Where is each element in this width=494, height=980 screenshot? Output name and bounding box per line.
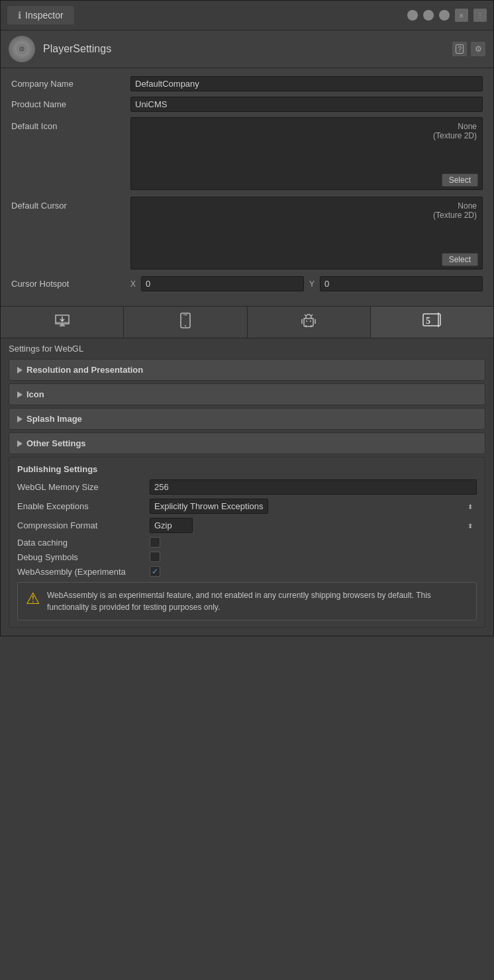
splash-section: Splash Image — [9, 408, 485, 430]
compression-format-label: Compression Format — [17, 520, 150, 530]
company-name-row: Company Name — [11, 76, 483, 91]
circle-btn-3[interactable] — [439, 10, 450, 21]
inspector-tab[interactable]: ℹ Inspector — [7, 6, 74, 24]
title-bar-left: ℹ Inspector — [7, 6, 74, 24]
info-icon: ℹ — [18, 10, 21, 21]
gear-icon: ⚙ — [475, 44, 482, 54]
cursor-hotspot-y-input[interactable] — [320, 276, 483, 291]
list-icon[interactable]: ≡ — [455, 9, 468, 22]
android-icon — [301, 313, 316, 332]
default-cursor-select-btn[interactable]: Select — [442, 253, 478, 266]
publishing-settings-box: Publishing Settings WebGL Memory Size En… — [9, 457, 485, 628]
default-icon-row: Default Icon None(Texture 2D) Select — [11, 117, 483, 190]
help-icon-btn[interactable]: ? — [452, 42, 467, 56]
circle-btn-2[interactable] — [423, 10, 434, 21]
compression-format-select-wrapper: Gzip Brotli Disabled — [150, 518, 477, 533]
webassembly-label: WebAssembly (Experimenta — [17, 567, 150, 577]
publishing-settings-title: Publishing Settings — [17, 464, 477, 474]
compression-format-select[interactable]: Gzip Brotli Disabled — [150, 518, 193, 533]
settings-for-webgl-label: Settings for WebGL — [9, 344, 485, 354]
cursor-hotspot-row: Cursor Hotspot X Y — [11, 276, 483, 291]
data-caching-label: Data caching — [17, 538, 150, 548]
player-settings-icon — [9, 36, 35, 62]
resolution-section-header[interactable]: Resolution and Presentation — [9, 360, 485, 380]
title-bar: ℹ Inspector ≡ ⋮ — [1, 1, 493, 30]
company-name-input[interactable] — [130, 76, 483, 91]
other-section: Other Settings — [9, 432, 485, 454]
webassembly-row: WebAssembly (Experimenta ✓ — [17, 566, 477, 577]
webgl-memory-size-label: WebGL Memory Size — [17, 482, 150, 492]
warning-box: ⚠ WebAssembly is an experimental feature… — [17, 582, 477, 620]
icon-label: Icon — [26, 389, 44, 399]
inspector-title: Inspector — [25, 10, 64, 21]
other-label: Other Settings — [26, 438, 86, 448]
help-icon: ? — [456, 44, 464, 54]
svg-point-2 — [20, 47, 24, 51]
default-icon-texture-label: None(Texture 2D) — [433, 122, 477, 140]
enable-exceptions-label: Enable Exceptions — [17, 501, 150, 511]
webgl-tab[interactable]: 5 — [371, 307, 493, 338]
title-bar-right: ≡ ⋮ — [407, 9, 487, 22]
default-cursor-texture-box: None(Texture 2D) Select — [130, 197, 483, 270]
inspector-window: ℹ Inspector ≡ ⋮ PlayerSettings — [0, 0, 494, 636]
platform-tabs: 5 — [1, 306, 493, 338]
default-icon-select-btn[interactable]: Select — [442, 173, 478, 187]
data-caching-row: Data caching — [17, 537, 477, 548]
y-label: Y — [309, 279, 315, 289]
svg-point-4 — [185, 325, 186, 326]
mobile-icon — [180, 313, 191, 332]
cursor-hotspot-x-input[interactable] — [141, 276, 304, 291]
circle-btn-1[interactable] — [407, 10, 418, 21]
enable-exceptions-row: Enable Exceptions Explicitly Thrown Exce… — [17, 499, 477, 514]
splash-label: Splash Image — [26, 414, 82, 424]
player-header-right: ? ⚙ — [452, 42, 485, 56]
debug-symbols-checkbox[interactable] — [150, 552, 160, 562]
splash-section-header[interactable]: Splash Image — [9, 409, 485, 429]
debug-symbols-label: Debug Symbols — [17, 552, 150, 562]
svg-line-10 — [305, 315, 306, 316]
mobile-tab[interactable] — [124, 307, 247, 338]
gear-settings-btn[interactable]: ⚙ — [471, 42, 485, 56]
enable-exceptions-select-wrapper: Explicitly Thrown Exceptions None Full W… — [150, 499, 477, 514]
product-name-input[interactable] — [130, 97, 483, 112]
menu-icon[interactable]: ⋮ — [473, 9, 487, 22]
product-name-label: Product Name — [11, 99, 130, 109]
player-header: PlayerSettings ? ⚙ — [1, 30, 493, 68]
webgl-memory-size-row: WebGL Memory Size — [17, 479, 477, 495]
default-cursor-row: Default Cursor None(Texture 2D) Select — [11, 197, 483, 270]
webgl-memory-size-input[interactable] — [150, 479, 477, 495]
webassembly-checkbox[interactable]: ✓ — [150, 566, 160, 577]
cursor-hotspot-label: Cursor Hotspot — [11, 279, 130, 289]
svg-point-7 — [310, 320, 311, 322]
splash-triangle-icon — [17, 416, 23, 422]
enable-exceptions-select[interactable]: Explicitly Thrown Exceptions None Full W… — [150, 499, 268, 514]
default-icon-label: Default Icon — [11, 117, 130, 131]
data-caching-checkbox[interactable] — [150, 537, 160, 548]
company-name-label: Company Name — [11, 79, 130, 89]
icon-triangle-icon — [17, 391, 23, 398]
settings-section: Settings for WebGL Resolution and Presen… — [1, 338, 493, 636]
warning-text: WebAssembly is an experimental feature, … — [47, 589, 468, 613]
default-cursor-label: Default Cursor — [11, 197, 130, 211]
cursor-hotspot-inputs: X Y — [130, 276, 483, 291]
resolution-section: Resolution and Presentation — [9, 359, 485, 381]
compression-format-row: Compression Format Gzip Brotli Disabled — [17, 518, 477, 533]
checkmark-icon: ✓ — [152, 567, 158, 576]
content-area: Company Name Product Name Default Icon N… — [1, 68, 493, 306]
x-label: X — [130, 279, 136, 289]
desktop-tab[interactable] — [1, 307, 124, 338]
other-section-header[interactable]: Other Settings — [9, 433, 485, 454]
default-cursor-texture-label: None(Texture 2D) — [433, 201, 477, 220]
desktop-icon — [54, 314, 70, 330]
resolution-triangle-icon — [17, 367, 23, 373]
product-name-row: Product Name — [11, 97, 483, 112]
warning-icon: ⚠ — [26, 589, 40, 608]
icon-section-header[interactable]: Icon — [9, 384, 485, 405]
svg-text:5: 5 — [426, 316, 430, 326]
other-triangle-icon — [17, 440, 23, 447]
android-tab[interactable] — [248, 307, 371, 338]
resolution-label: Resolution and Presentation — [26, 365, 143, 375]
default-icon-texture-box: None(Texture 2D) Select — [130, 117, 483, 190]
player-header-left: PlayerSettings — [9, 36, 111, 62]
webgl-icon: 5 — [422, 312, 441, 331]
